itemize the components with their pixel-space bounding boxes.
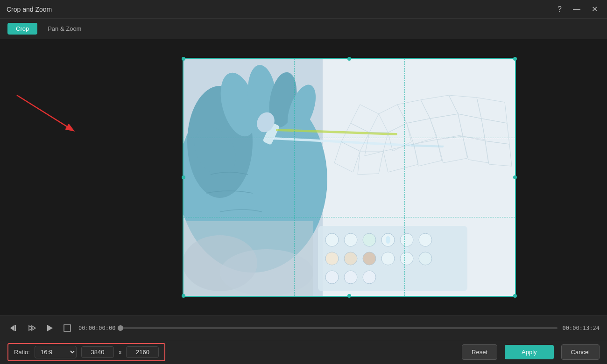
svg-marker-39 bbox=[47, 325, 53, 331]
bottom-bar: Ratio: 16:9 4:3 1:1 9:16 Custom x Reset … bbox=[0, 340, 607, 364]
apply-button[interactable]: Apply bbox=[505, 345, 554, 359]
svg-point-20 bbox=[419, 233, 432, 246]
square-button[interactable] bbox=[61, 322, 74, 335]
svg-marker-35 bbox=[10, 325, 14, 331]
svg-rect-40 bbox=[64, 325, 71, 331]
svg-point-21 bbox=[325, 252, 339, 265]
svg-point-15 bbox=[325, 233, 339, 246]
progress-track[interactable] bbox=[120, 327, 558, 329]
svg-point-25 bbox=[400, 252, 413, 265]
svg-line-1 bbox=[17, 95, 73, 130]
video-frame bbox=[91, 58, 516, 297]
rewind-button[interactable] bbox=[7, 322, 21, 335]
time-end: 00:00:13:24 bbox=[562, 325, 600, 331]
dark-left-region bbox=[91, 58, 183, 297]
svg-point-30 bbox=[386, 236, 390, 244]
svg-point-17 bbox=[363, 233, 376, 246]
close-button[interactable]: ✕ bbox=[589, 5, 600, 14]
lab-image bbox=[183, 58, 516, 297]
ratio-label: Ratio: bbox=[14, 349, 30, 356]
dimension-separator: x bbox=[119, 349, 122, 356]
title-bar-controls: ? — ✕ bbox=[555, 5, 600, 14]
tab-pan-zoom[interactable]: Pan & Zoom bbox=[39, 23, 90, 35]
svg-point-16 bbox=[344, 233, 357, 246]
preview-area bbox=[0, 39, 607, 315]
svg-point-23 bbox=[363, 252, 376, 265]
play-button[interactable] bbox=[43, 322, 56, 335]
main-content bbox=[0, 39, 607, 315]
svg-point-28 bbox=[344, 271, 357, 284]
title-bar: Crop and Zoom ? — ✕ bbox=[0, 0, 607, 19]
title-bar-left: Crop and Zoom bbox=[7, 6, 52, 13]
width-input[interactable] bbox=[81, 346, 114, 358]
height-input[interactable] bbox=[126, 346, 159, 358]
svg-point-22 bbox=[344, 252, 357, 265]
ratio-section: Ratio: 16:9 4:3 1:1 9:16 Custom x bbox=[7, 343, 165, 361]
reset-button[interactable]: Reset bbox=[462, 344, 497, 360]
minimize-button[interactable]: — bbox=[570, 5, 583, 14]
time-current: 00:00:00:00 bbox=[78, 325, 116, 331]
ratio-select[interactable]: 16:9 4:3 1:1 9:16 Custom bbox=[35, 346, 77, 358]
svg-point-19 bbox=[400, 233, 413, 246]
progress-thumb[interactable] bbox=[118, 325, 123, 331]
window-title: Crop and Zoom bbox=[7, 6, 52, 13]
svg-point-34 bbox=[220, 249, 313, 296]
help-button[interactable]: ? bbox=[555, 5, 565, 14]
svg-point-26 bbox=[419, 252, 432, 265]
cancel-button[interactable]: Cancel bbox=[561, 344, 600, 360]
tabs-bar: Crop Pan & Zoom bbox=[0, 19, 607, 39]
svg-marker-37 bbox=[29, 326, 33, 330]
svg-point-27 bbox=[325, 271, 339, 284]
tab-crop[interactable]: Crop bbox=[7, 23, 37, 35]
timeline-bar: 00:00:00:00 00:00:13:24 bbox=[0, 315, 607, 340]
svg-point-31 bbox=[405, 246, 409, 252]
step-forward-button[interactable] bbox=[25, 322, 38, 335]
svg-rect-36 bbox=[14, 325, 16, 331]
svg-point-24 bbox=[381, 252, 395, 265]
red-arrow bbox=[7, 86, 82, 144]
svg-point-29 bbox=[363, 271, 376, 284]
